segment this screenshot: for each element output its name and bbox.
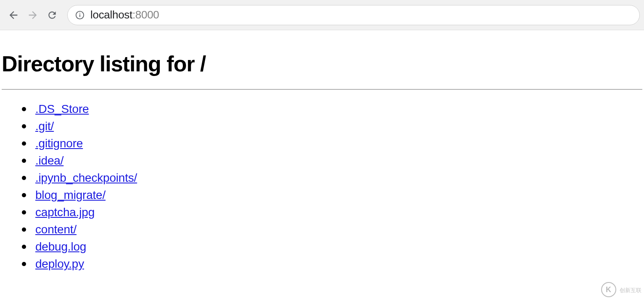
url-port: :8000 [132,8,159,21]
bullet-icon [22,262,26,266]
file-link[interactable]: .DS_Store [35,102,89,116]
bullet-icon [22,176,26,180]
file-link[interactable]: captcha.jpg [35,206,95,219]
list-item: .DS_Store [22,102,644,116]
watermark: K 创新互联 [601,282,641,297]
info-icon[interactable] [75,10,84,20]
url-host: localhost [90,8,132,21]
page-title: Directory listing for / [2,51,644,76]
bullet-icon [22,193,26,197]
svg-rect-2 [79,13,80,13]
file-link[interactable]: .gitignore [35,137,83,150]
browser-toolbar: localhost:8000 [0,0,644,30]
bullet-icon [22,107,26,111]
file-link[interactable]: deploy.py [35,257,84,271]
forward-arrow-icon [27,9,39,21]
watermark-logo-icon: K [601,282,616,297]
bullet-icon [22,159,26,163]
forward-button[interactable] [24,6,42,24]
divider [2,89,642,90]
bullet-icon [22,227,26,232]
url-text: localhost:8000 [90,8,159,21]
list-item: content/ [22,223,644,236]
list-item: deploy.py [22,257,644,271]
watermark-text: 创新互联 [620,287,641,293]
file-link[interactable]: debug.log [35,240,86,254]
list-item: captcha.jpg [22,206,644,219]
list-item: .gitignore [22,137,644,150]
list-item: .ipynb_checkpoints/ [22,171,644,185]
file-link[interactable]: content/ [35,223,77,236]
list-item: .git/ [22,120,644,133]
list-item: blog_migrate/ [22,188,644,202]
page-content: Directory listing for / .DS_Store .git/ … [0,51,644,271]
back-button[interactable] [4,6,23,24]
reload-button[interactable] [43,6,61,24]
bullet-icon [22,245,26,249]
back-arrow-icon [8,9,19,21]
list-item: .idea/ [22,154,644,167]
address-bar[interactable]: localhost:8000 [67,5,640,25]
list-item: debug.log [22,240,644,254]
file-link[interactable]: .ipynb_checkpoints/ [35,171,137,185]
file-link[interactable]: .idea/ [35,154,63,167]
directory-listing: .DS_Store .git/ .gitignore .idea/ .ipynb… [0,102,644,271]
reload-icon [47,10,58,21]
file-link[interactable]: .git/ [35,120,54,133]
bullet-icon [22,141,26,146]
file-link[interactable]: blog_migrate/ [35,188,106,202]
svg-rect-1 [79,14,80,17]
bullet-icon [22,210,26,214]
bullet-icon [22,124,26,128]
